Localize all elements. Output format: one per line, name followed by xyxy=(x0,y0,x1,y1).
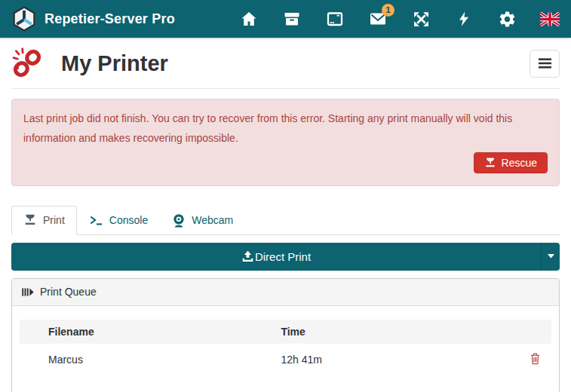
recover-alert: Last print job did not finish. You can t… xyxy=(11,99,560,186)
print-queue-body: Filename Time Marcus 12h 41m xyxy=(12,306,559,383)
queue-row: Marcus 12h 41m xyxy=(20,344,551,375)
hamburger-menu-icon xyxy=(539,58,551,69)
top-navbar: Repetier-Server Pro xyxy=(0,0,571,38)
direct-print-button[interactable]: Direct Print xyxy=(11,243,541,271)
direct-print-label: Direct Print xyxy=(255,250,311,263)
upload-icon xyxy=(241,250,254,263)
trash-icon xyxy=(530,352,541,365)
terminal-icon xyxy=(89,213,103,227)
repetier-logo-icon xyxy=(11,6,37,32)
archive-box-icon[interactable] xyxy=(282,9,302,29)
settings-gear-icon[interactable] xyxy=(497,9,517,29)
power-icon[interactable] xyxy=(454,9,474,29)
queue-row-time: 12h 41m xyxy=(275,344,520,375)
delete-queue-item-button[interactable] xyxy=(530,352,541,365)
printer-menu-button[interactable] xyxy=(530,50,560,78)
fullscreen-icon[interactable] xyxy=(411,9,431,29)
display-frame-icon[interactable] xyxy=(325,9,345,29)
printer-nozzle-icon xyxy=(484,157,496,169)
brand[interactable]: Repetier-Server Pro xyxy=(11,6,175,32)
rescue-button-label: Rescue xyxy=(502,157,537,169)
message-count-badge: 1 xyxy=(382,4,394,17)
printer-nozzle-icon xyxy=(23,213,37,227)
table-header-row: Filename Time xyxy=(20,320,551,344)
webcam-icon xyxy=(172,213,186,228)
column-header-time: Time xyxy=(275,320,520,344)
tab-print-label: Print xyxy=(43,214,65,226)
rescue-button[interactable]: Rescue xyxy=(474,152,548,173)
print-queue-table: Filename Time Marcus 12h 41m xyxy=(20,320,551,375)
recover-alert-message: Last print job did not finish. You can t… xyxy=(23,109,548,149)
caret-down-icon xyxy=(548,254,554,259)
direct-print-dropdown-toggle[interactable] xyxy=(541,243,560,271)
printer-header: My Printer xyxy=(11,38,560,89)
recover-alert-actions: Rescue xyxy=(23,152,548,176)
print-queue-panel: Print Queue Filename Time Marcus 12h 41m xyxy=(11,278,560,392)
print-queue-title: Print Queue xyxy=(40,286,97,298)
tab-webcam[interactable]: Webcam xyxy=(160,206,245,235)
queue-row-filename: Marcus xyxy=(20,344,275,375)
language-flag-icon[interactable] xyxy=(540,9,560,29)
direct-print-button-group: Direct Print xyxy=(11,243,560,271)
column-header-actions xyxy=(520,320,551,344)
tab-print[interactable]: Print xyxy=(11,206,77,235)
page-title: My Printer xyxy=(61,51,168,76)
messages-icon[interactable]: 1 xyxy=(368,9,388,29)
column-header-filename: Filename xyxy=(20,320,275,344)
print-queue-header: Print Queue xyxy=(12,279,559,306)
printer-tabs: Print Console Webcam xyxy=(11,206,560,235)
navbar-icons: 1 xyxy=(239,9,560,29)
tab-console[interactable]: Console xyxy=(77,206,160,235)
queue-icon xyxy=(21,286,34,299)
brand-title: Repetier-Server Pro xyxy=(45,11,175,27)
home-icon[interactable] xyxy=(239,9,259,29)
tab-webcam-label: Webcam xyxy=(192,214,233,226)
broken-link-icon xyxy=(11,47,43,79)
tab-console-label: Console xyxy=(109,214,148,226)
